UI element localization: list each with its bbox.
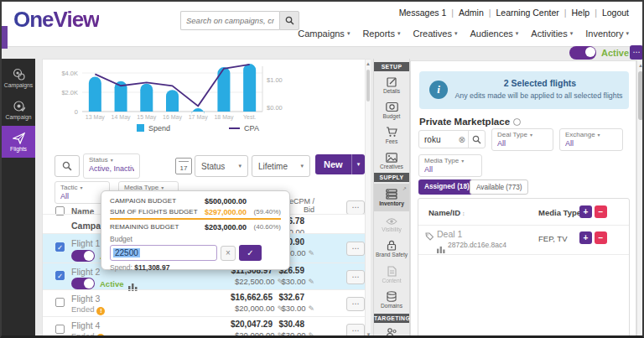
- new-button[interactable]: New: [315, 154, 351, 174]
- panel-scrollbar[interactable]: ▲ ▼: [365, 60, 371, 338]
- pencil-icon[interactable]: ✎: [308, 278, 314, 286]
- tab-assigned[interactable]: Assigned (18): [418, 179, 475, 195]
- edit-details-icon: [387, 76, 397, 87]
- nav-reports[interactable]: Reports▾: [362, 29, 400, 39]
- chevron-down-icon: ▾: [626, 30, 629, 37]
- flight-ecpm: $30.48: [252, 320, 304, 329]
- flight-active-toggle[interactable]: [71, 250, 95, 262]
- deal-media-type: FEP, TV: [538, 234, 568, 243]
- row-more-button[interactable]: ⋯: [346, 270, 365, 284]
- panel-more-button[interactable]: ⋯: [630, 45, 643, 60]
- rail-item-flights[interactable]: Flights: [2, 126, 35, 158]
- toolbar-item-brand-safety[interactable]: Brand Safety: [374, 236, 409, 261]
- table-search-button[interactable]: [55, 155, 80, 177]
- row-more-button[interactable]: ⋯: [346, 324, 365, 338]
- pmp-media-type-filter-box[interactable]: Media Type▾ All: [418, 154, 482, 177]
- help-link[interactable]: Help: [572, 8, 590, 18]
- active-toggle-label: Active: [601, 48, 629, 58]
- messages-link[interactable]: Messages 1: [399, 8, 447, 18]
- nav-activities[interactable]: Activities▾: [531, 29, 573, 39]
- learning-center-link[interactable]: Learning Center: [496, 8, 558, 18]
- status-filter-box[interactable]: Status▾ Active, Inactive,...: [83, 153, 140, 179]
- add-deal-button[interactable]: +: [579, 231, 592, 244]
- row-more-button[interactable]: ⋯: [346, 297, 365, 311]
- pmp-search-box[interactable]: roku ⊗: [418, 130, 486, 148]
- flight-settings-toolbar: SETUP Details Budget Fees Creatives SUPP…: [373, 59, 410, 338]
- pencil-icon[interactable]: ✎: [308, 331, 314, 338]
- remaining-budget-row: REMAINING BUDGET $203,000.00 (40.60%): [110, 221, 281, 232]
- rail-item-campaign[interactable]: Campaign: [2, 94, 35, 126]
- pencil-icon[interactable]: ✎: [308, 304, 314, 313]
- table-row-flight-3[interactable]: Flight 3 Ended! $16,662.65 $20,000.00✎ $…: [43, 289, 365, 316]
- scroll-up-icon[interactable]: ▲: [637, 63, 644, 68]
- admin-link[interactable]: Admin: [459, 8, 484, 18]
- budget-coin-icon: [386, 101, 398, 112]
- new-button-group: New ▾: [315, 154, 365, 174]
- flight-bid: $30.00✎: [252, 304, 314, 313]
- status-select[interactable]: Status▾: [195, 155, 248, 177]
- search-icon: [285, 16, 294, 25]
- nav-audiences[interactable]: Audiences▾: [470, 29, 518, 39]
- remove-all-deals-button[interactable]: −: [595, 205, 607, 218]
- more-icon: ⋯: [352, 326, 360, 335]
- calendar-icon[interactable]: 17: [175, 158, 192, 174]
- row-checkbox[interactable]: ✓: [55, 271, 65, 280]
- toolbar-item-fees[interactable]: Fees: [374, 123, 409, 148]
- toolbar-item-details[interactable]: Details: [374, 73, 409, 97]
- logout-link[interactable]: Logout: [602, 8, 629, 18]
- toolbar-item-budget[interactable]: Budget: [374, 98, 409, 122]
- scroll-thumb[interactable]: [366, 70, 370, 101]
- budget-input[interactable]: 22500: [110, 245, 217, 261]
- column-settings-button[interactable]: ⋯: [346, 200, 365, 215]
- tag-icon: [425, 232, 434, 241]
- exchange-filter-box[interactable]: Exchange▾ All: [559, 128, 623, 151]
- row-more-button[interactable]: ⋯: [346, 242, 365, 256]
- add-all-deals-button[interactable]: +: [579, 205, 592, 218]
- check-icon: ✓: [247, 248, 253, 257]
- warning-icon: !: [96, 307, 105, 315]
- lifetime-select[interactable]: Lifetime▾: [252, 155, 310, 177]
- toolbar-item-content: Content: [374, 263, 409, 286]
- table-row-flight-4[interactable]: Flight 4 Ended! $20,047.29 $20,000.00✎ $…: [43, 316, 365, 338]
- campaign-target-icon: [13, 100, 25, 112]
- scroll-up-icon[interactable]: ▲: [366, 61, 371, 66]
- global-search-input[interactable]: [180, 11, 279, 30]
- deal-type-filter-box[interactable]: Deal Type▾ All: [491, 128, 553, 151]
- pmp-search-button[interactable]: [468, 131, 485, 148]
- cancel-budget-button[interactable]: ×: [221, 246, 236, 261]
- scroll-down-icon[interactable]: ▼: [366, 332, 371, 337]
- toolbar-item-inventory[interactable]: ↗ Inventory: [374, 184, 409, 211]
- global-search-button[interactable]: [279, 11, 299, 30]
- media-type-column-header: Media Type: [538, 208, 581, 217]
- name-id-column-header[interactable]: Name/ID↕: [428, 208, 465, 217]
- confirm-budget-button[interactable]: ✓: [239, 245, 262, 261]
- warning-icon: !: [96, 334, 105, 338]
- remove-deal-button[interactable]: −: [595, 231, 607, 244]
- banner-subtitle: Any edits made will be applied to all se…: [453, 91, 625, 100]
- tab-available[interactable]: Available (773): [470, 179, 528, 195]
- svg-text:$4.0K: $4.0K: [61, 70, 78, 77]
- spend-cpa-chart: $4.0K$2.0K0$1.00$0.0013 May14 May15 May1…: [43, 60, 365, 122]
- nav-inventory[interactable]: Inventory▾: [585, 29, 629, 39]
- external-link-icon: ↗: [402, 185, 407, 191]
- new-button-caret[interactable]: ▾: [351, 154, 366, 174]
- flight-active-master-toggle[interactable]: [569, 46, 596, 60]
- nav-creatives[interactable]: Creatives▾: [413, 29, 457, 39]
- toolbar-item-creatives[interactable]: Creatives: [374, 148, 409, 173]
- svg-text:17 May: 17 May: [189, 114, 208, 121]
- row-checkbox[interactable]: [55, 298, 65, 307]
- row-checkbox[interactable]: [55, 325, 65, 334]
- flight-active-toggle[interactable]: [71, 278, 95, 289]
- table-divider: [418, 225, 629, 226]
- row-checkbox[interactable]: ✓: [55, 242, 65, 252]
- toolbar-item-domains[interactable]: Domains: [374, 288, 409, 312]
- nav-campaigns[interactable]: Campaigns▾: [298, 29, 350, 39]
- toolbar-item-targeting-partial[interactable]: [374, 325, 409, 338]
- clear-icon[interactable]: ⊗: [459, 135, 465, 144]
- chevron-down-icon: ▾: [570, 30, 574, 37]
- right-panel-scrollbar[interactable]: ▲: [636, 60, 644, 338]
- pencil-icon[interactable]: ✎: [308, 249, 314, 257]
- rail-item-campaigns[interactable]: Campaigns: [2, 62, 35, 94]
- scroll-thumb[interactable]: [638, 71, 643, 120]
- status-badge: Ended!: [71, 304, 105, 315]
